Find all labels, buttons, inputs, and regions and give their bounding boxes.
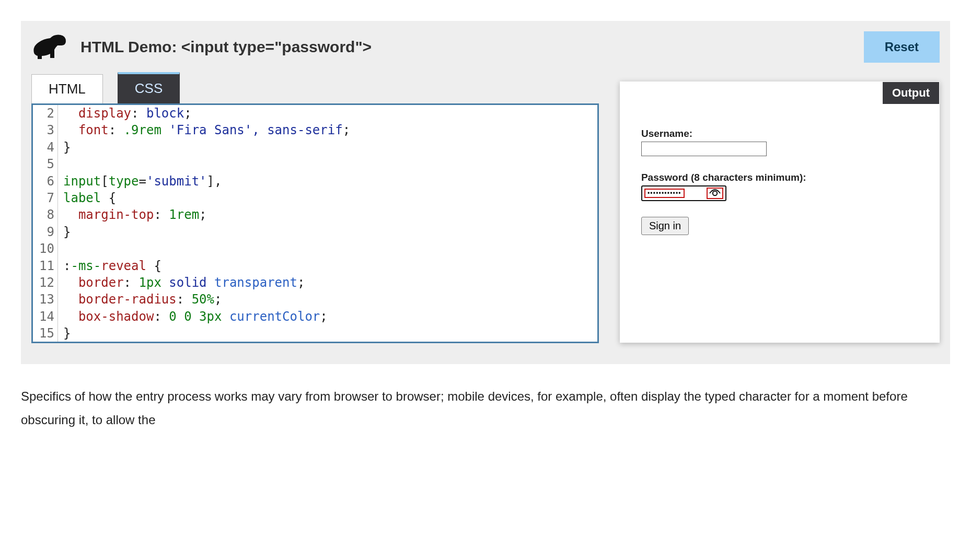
demo-header: HTML Demo: <input type="password"> Reset	[31, 31, 940, 63]
password-input-wrapper[interactable]: ••••••••••••	[641, 185, 726, 201]
code-line: 7label {	[33, 190, 597, 206]
code-line: 13 border-radius: 50%;	[33, 291, 597, 308]
code-content: }	[58, 139, 71, 156]
code-editor[interactable]: 2 display: block;3 font: .9rem 'Fira San…	[31, 103, 599, 343]
line-number: 4	[33, 139, 58, 156]
code-content: display: block;	[58, 105, 192, 122]
code-line: 4}	[33, 139, 597, 156]
line-number: 12	[33, 274, 58, 291]
line-number: 13	[33, 291, 58, 308]
line-number: 5	[33, 156, 58, 172]
line-number: 8	[33, 206, 58, 223]
code-content	[58, 156, 63, 172]
code-content: border-radius: 50%;	[58, 291, 222, 308]
code-line: 12 border: 1px solid transparent;	[33, 274, 597, 291]
code-content: margin-top: 1rem;	[58, 206, 207, 223]
code-line: 3 font: .9rem 'Fira Sans', sans-serif;	[33, 122, 597, 138]
code-line: 10	[33, 240, 597, 257]
line-number: 15	[33, 325, 58, 342]
code-line: 14 box-shadow: 0 0 3px currentColor;	[33, 308, 597, 325]
line-number: 9	[33, 224, 58, 240]
username-input[interactable]	[641, 142, 767, 156]
line-number: 11	[33, 258, 58, 274]
code-content: border: 1px solid transparent;	[58, 274, 305, 291]
code-line: 8 margin-top: 1rem;	[33, 206, 597, 223]
dino-icon	[31, 32, 68, 62]
line-number: 3	[33, 122, 58, 138]
line-number: 7	[33, 190, 58, 206]
code-content: input[type='submit'],	[58, 173, 222, 190]
password-masked-value: ••••••••••••	[644, 189, 685, 198]
reset-button[interactable]: Reset	[864, 31, 940, 63]
editor-tabs: HTML CSS	[31, 72, 599, 103]
line-number: 6	[33, 173, 58, 190]
tab-html[interactable]: HTML	[31, 74, 103, 103]
code-line: 2 display: block;	[33, 105, 597, 122]
line-number: 14	[33, 308, 58, 325]
code-content: label {	[58, 190, 116, 206]
demo-container: HTML Demo: <input type="password"> Reset…	[21, 21, 950, 364]
code-line: 11:-ms-reveal {	[33, 258, 597, 274]
password-label: Password (8 characters minimum):	[641, 172, 918, 183]
line-number: 10	[33, 240, 58, 257]
code-line: 15}	[33, 325, 597, 342]
output-panel: Output Username: Password (8 characters …	[620, 81, 940, 343]
code-content	[58, 240, 63, 257]
svg-point-0	[713, 191, 717, 195]
code-content: :-ms-reveal {	[58, 258, 161, 274]
line-number: 2	[33, 105, 58, 122]
code-content: box-shadow: 0 0 3px currentColor;	[58, 308, 328, 325]
code-content: }	[58, 224, 71, 240]
code-content: }	[58, 325, 71, 342]
password-reveal-icon[interactable]	[707, 188, 723, 199]
username-label: Username:	[641, 128, 918, 139]
code-content: font: .9rem 'Fira Sans', sans-serif;	[58, 122, 350, 138]
code-line: 9}	[33, 224, 597, 240]
code-line: 6input[type='submit'],	[33, 173, 597, 190]
signin-button[interactable]: Sign in	[641, 217, 689, 235]
body-paragraph: Specifics of how the entry process works…	[21, 385, 950, 431]
code-line: 5	[33, 156, 597, 172]
demo-title: HTML Demo: <input type="password">	[80, 38, 851, 56]
output-badge: Output	[883, 82, 939, 104]
tab-css[interactable]: CSS	[118, 72, 180, 103]
